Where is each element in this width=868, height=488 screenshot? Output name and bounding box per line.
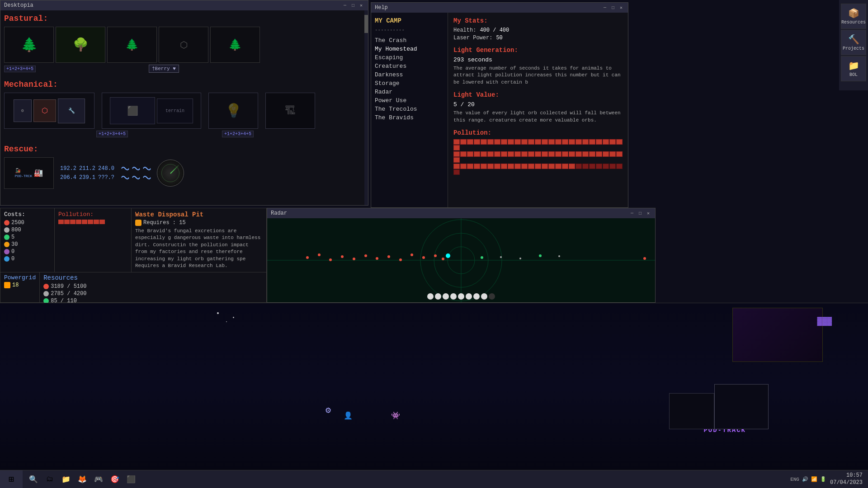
pollution-cell xyxy=(453,169,460,175)
pollution-cell xyxy=(494,151,500,157)
player-dot xyxy=(446,253,450,258)
radar-window-title: Radar xyxy=(271,210,287,216)
sidebar-resources-btn[interactable]: 📦 Resources xyxy=(841,4,866,29)
resource-row-0: 3189 / 5100 xyxy=(43,283,86,290)
help-maximize-btn[interactable]: □ xyxy=(610,5,616,11)
help-nav-divider: ---------- xyxy=(375,27,444,33)
pollution-cell xyxy=(582,164,589,169)
game-title: Desktopia xyxy=(4,2,33,9)
volume-icon: 🔊 xyxy=(802,476,808,482)
enemy-dot-9 xyxy=(399,258,402,261)
radar-titlebar: Radar ─ □ ✕ xyxy=(267,208,655,218)
pollution-cell xyxy=(576,151,582,157)
pollution-cell xyxy=(616,164,623,169)
nav-my-homestead[interactable]: My Homestead xyxy=(375,45,444,53)
pollution-cell xyxy=(548,151,555,157)
nav-power-use[interactable]: Power Use xyxy=(375,96,444,105)
stat-5: 239.1 xyxy=(78,174,96,182)
ally-dot-1 xyxy=(481,256,483,259)
pollution-cell xyxy=(535,164,541,169)
game-close-btn[interactable]: ✕ xyxy=(358,2,364,9)
game-titlebar: Desktopia ─ □ ✕ xyxy=(0,0,368,10)
nav-darkness[interactable]: Darkness xyxy=(375,70,444,79)
help-minimize-btn[interactable]: ─ xyxy=(602,5,608,11)
player-char: ⚙ xyxy=(326,404,331,416)
lang-indicator: ENG xyxy=(790,477,799,482)
game-window-controls: ─ □ ✕ xyxy=(342,2,364,9)
enemy-dot-7 xyxy=(376,257,378,260)
pollution-cell xyxy=(467,151,473,157)
pollution-cell xyxy=(576,164,582,169)
pastural-tile-3[interactable]: 🌲 xyxy=(107,27,157,63)
radar-close-btn[interactable]: ✕ xyxy=(645,210,651,216)
cost-row-0: 2500 xyxy=(4,220,51,226)
bottom-pollution-title: Pollution: xyxy=(58,211,127,218)
pastural-tile-2[interactable]: 🌳 xyxy=(56,27,105,63)
pastural-tile-5[interactable]: 🌲 xyxy=(210,27,260,63)
radar-maximize-btn[interactable]: □ xyxy=(637,210,643,216)
progress-dots xyxy=(427,293,495,300)
pollution-cell xyxy=(467,139,473,145)
radar-minimize-btn[interactable]: ─ xyxy=(629,210,635,216)
nav-the-trecolos[interactable]: The Trecolos xyxy=(375,105,444,113)
date-display: 07/04/2023 xyxy=(830,479,863,487)
rescue-row: 🚂POD-TRCK 🏭 192.2 211.2 248.0 206.4 239.… xyxy=(4,157,364,189)
pastural-tile-1[interactable]: 🌲 xyxy=(4,27,54,63)
pollution-cell xyxy=(474,139,480,145)
sidebar-bol-btn[interactable]: 📁 BOL xyxy=(841,56,866,81)
rescue-tile[interactable]: 🚂POD-TRCK 🏭 xyxy=(4,157,54,189)
mechanical-tile-2[interactable]: ⬛ terrain xyxy=(102,93,201,129)
taskbar-game-btn[interactable]: 🎮 xyxy=(91,472,106,487)
pollution-cell xyxy=(453,145,460,150)
start-button[interactable]: ⊞ xyxy=(0,470,23,488)
mechanical-tile-1[interactable]: ⚙ ⬡ 🔧 xyxy=(4,93,94,129)
nav-the-bravids[interactable]: The Bravids xyxy=(375,113,444,122)
taskbar-files-btn[interactable]: 📁 xyxy=(59,472,73,487)
nav-radar[interactable]: Radar xyxy=(375,88,444,96)
light-gen-section: Light Generation: 293 seconds The averag… xyxy=(453,47,623,86)
pollution-cell xyxy=(508,139,514,145)
mini-pollution-cells xyxy=(58,220,127,224)
pollution-cell xyxy=(535,139,541,145)
pollution-cell xyxy=(528,164,534,169)
resource-icon-1 xyxy=(43,291,49,296)
taskbar-terminal-btn[interactable]: ⬛ xyxy=(124,472,138,487)
health-row: Health: 400 / 400 xyxy=(453,27,623,33)
berry-button[interactable]: †Berry ♥ xyxy=(149,65,179,73)
game-maximize-btn[interactable]: □ xyxy=(350,2,356,9)
nav-creatures[interactable]: Creatures xyxy=(375,62,444,70)
rescue-section: Rescue: 🚂POD-TRCK 🏭 192.2 211.2 248.0 20… xyxy=(4,145,364,189)
laser-value: 50 xyxy=(496,35,502,41)
pollution-cell xyxy=(555,164,561,169)
windows-icon: ⊞ xyxy=(9,474,14,485)
scrollbar[interactable] xyxy=(364,10,368,205)
mechanical-tile-4[interactable]: 🏗 xyxy=(265,93,315,129)
time-display: 10:57 xyxy=(830,472,863,479)
mechanical-num-label-1: +1+2+3+4+5 xyxy=(96,131,128,137)
neutral-dot-3 xyxy=(558,255,560,257)
nav-the-crash[interactable]: The Crash xyxy=(375,36,444,45)
game-minimize-btn[interactable]: ─ xyxy=(342,2,348,9)
pastural-tile-4[interactable]: ⬡ xyxy=(159,27,208,63)
help-main: My Stats: Health: 400 / 400 Laser Power:… xyxy=(448,13,628,207)
stats-title: My Stats: xyxy=(453,17,623,24)
pollution-cell xyxy=(616,139,623,145)
sidebar-projects-btn[interactable]: 🔨 Projects xyxy=(841,30,866,55)
taskbar-search-btn[interactable]: 🔍 xyxy=(26,472,41,487)
cost-icon-0 xyxy=(4,220,9,225)
enemy-dot-4 xyxy=(341,255,344,258)
bg-structure-1 xyxy=(732,308,823,362)
taskbar-widgets-btn[interactable]: 🗂 xyxy=(42,472,57,487)
sidebar-projects-label: Projects xyxy=(843,46,864,51)
mechanical-tile-3[interactable]: 💡 xyxy=(208,93,258,129)
help-close-btn[interactable]: ✕ xyxy=(618,5,624,11)
taskbar-firefox-btn[interactable]: 🦊 xyxy=(75,472,90,487)
scroll-thumb[interactable] xyxy=(364,15,368,33)
taskbar-steam-btn[interactable]: 🎯 xyxy=(108,472,122,487)
costs-panel: Costs: 250080053000 xyxy=(0,208,55,272)
projects-icon: 🔨 xyxy=(848,34,859,45)
nav-storage[interactable]: Storage xyxy=(375,79,444,88)
building-req-label: Requires : 15 xyxy=(143,220,186,226)
nav-escaping[interactable]: Escaping xyxy=(375,53,444,62)
radar-grid-svg xyxy=(267,218,655,302)
